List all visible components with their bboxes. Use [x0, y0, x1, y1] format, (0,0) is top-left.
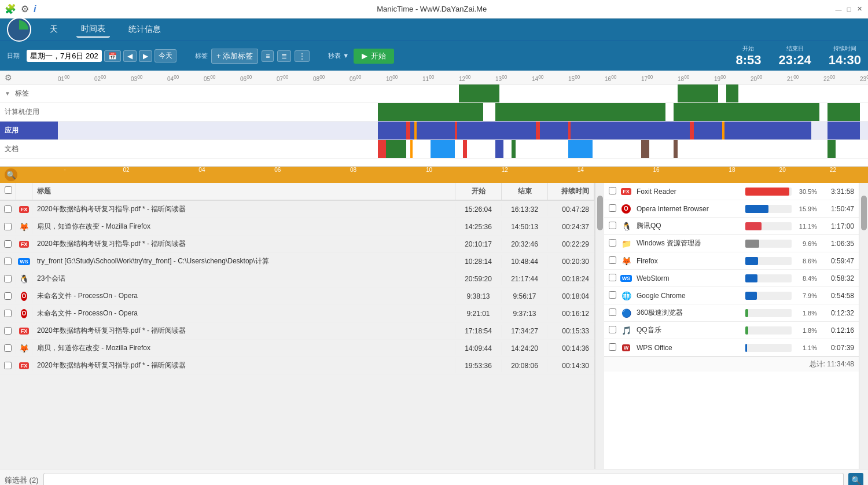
gear-icon[interactable]: ⚙ [21, 3, 29, 14]
table-scrollbar[interactable] [595, 183, 604, 469]
filter-input[interactable] [43, 473, 844, 486]
app-name-6: Google Chrome [637, 292, 745, 300]
app-checkbox-6[interactable] [609, 291, 616, 299]
app-checkbox-1[interactable] [609, 204, 616, 212]
date-input[interactable] [27, 50, 102, 62]
collapse-tags-btn[interactable]: ▼ [5, 90, 10, 97]
app-time-2: 1:17:00 [822, 222, 854, 230]
minimize-button[interactable]: — [834, 5, 843, 13]
row-end-8: 14:24:20 [502, 342, 548, 355]
row-checkbox-8[interactable] [4, 344, 12, 352]
app-checkbox-9[interactable] [609, 343, 616, 351]
add-tag-button[interactable]: + 添加标签 [211, 49, 258, 64]
row-end-7: 17:34:27 [502, 325, 548, 337]
app-list-item: 🌐 Google Chrome 7.9% 0:54:58 [604, 287, 859, 304]
row-end-3: 10:48:44 [502, 255, 548, 268]
hour-16: 1600 [605, 74, 616, 82]
tags-row-label: 标签 [15, 89, 29, 98]
computer-track [58, 103, 868, 121]
col-start: 开始 [455, 183, 502, 200]
today-button[interactable]: 今天 [155, 49, 176, 63]
app-time-9: 0:07:39 [822, 344, 854, 352]
tick-14-label: 14 [578, 167, 584, 173]
tab-day[interactable]: 天 [45, 22, 62, 37]
app-pct-7: 1.8% [796, 310, 817, 317]
app-bar-2 [745, 222, 762, 230]
app-bar-3 [745, 240, 759, 248]
hour-17: 1700 [641, 74, 653, 82]
row-checkbox-0[interactable] [4, 205, 12, 213]
app-checkbox-3[interactable] [609, 239, 616, 247]
app-time-3: 1:06:35 [822, 240, 854, 248]
row-start-1: 14:25:36 [455, 221, 502, 233]
app-scroll-thumb[interactable] [861, 196, 867, 230]
row-checkbox-1[interactable] [4, 223, 12, 230]
row-checkbox-3[interactable] [4, 258, 12, 265]
tag-list-btn1[interactable]: ≡ [262, 50, 274, 62]
row-icon-5: O [16, 289, 32, 303]
app-checkbox-2[interactable] [609, 222, 616, 229]
app-time-4: 0:59:47 [822, 257, 854, 265]
timeline-row-apps: 应用 [0, 122, 868, 140]
tag-list-btn3[interactable]: ⋮ [295, 50, 310, 62]
app-pct-9: 1.1% [796, 344, 817, 351]
filter-search-button[interactable]: 🔍 [848, 473, 863, 486]
app-checkbox-0[interactable] [609, 187, 616, 194]
app-pct-6: 7.9% [796, 292, 817, 299]
row-end-9: 20:08:06 [502, 359, 548, 372]
tick-22-label: 22 [830, 167, 836, 173]
timeline-hours: ⚙ 0100 0200 0300 0400 0500 0600 0700 080… [0, 71, 868, 84]
maximize-button[interactable]: □ [845, 5, 853, 13]
app-icon-5: WS [620, 273, 632, 284]
app-icon-7: 🔵 [620, 307, 632, 319]
apps-row-label: 应用 [5, 126, 19, 135]
app-logo [7, 17, 31, 42]
tab-stats[interactable]: 统计信息 [124, 22, 165, 37]
row-icon-8: 🦊 [16, 341, 32, 355]
hour-11: 1100 [422, 74, 434, 82]
puzzle-icon[interactable]: 🧩 [5, 3, 16, 14]
row-checkbox-2[interactable] [4, 240, 12, 248]
row-checkbox-4[interactable] [4, 275, 12, 282]
start-button[interactable]: ▶ 开始 [354, 49, 394, 64]
tab-timeline[interactable]: 时间表 [76, 21, 110, 38]
app-name-3: Windows 资源管理器 [637, 238, 745, 248]
row-checkbox-7[interactable] [4, 327, 12, 335]
app-bar-0 [745, 188, 789, 196]
col-end: 结束 [502, 183, 548, 200]
next-day-button[interactable]: ▶ [139, 50, 152, 62]
app-name-4: Firefox [637, 257, 745, 265]
app-bar-container-7 [745, 309, 792, 317]
row-checkbox-6[interactable] [4, 310, 12, 317]
app-bar-container-9 [745, 344, 792, 352]
tick-20-label: 20 [779, 167, 786, 173]
app-pct-5: 8.4% [796, 275, 817, 282]
app-checkbox-7[interactable] [609, 308, 616, 316]
hour-18: 1800 [678, 74, 689, 82]
timeline-row-tags: ▼ 标签 [0, 84, 868, 103]
dur-label: 持续时间 [829, 45, 861, 53]
start-time-value: 8:53 [735, 53, 761, 68]
tag-list-btn2[interactable]: ≣ [277, 50, 291, 62]
app-scrollbar[interactable] [859, 183, 868, 469]
table-scroll-thumb[interactable] [597, 196, 603, 230]
row-title-3: try_front [G:\Study\SchoolWork\try\try_f… [32, 254, 455, 269]
row-end-6: 9:37:13 [502, 307, 548, 320]
hour-13: 1300 [495, 74, 507, 82]
app-list-body: FX Foxit Reader 30.5% 3:31:58 O Opera In… [604, 183, 859, 357]
prev-day-button[interactable]: ◀ [123, 50, 137, 62]
settings-gear-icon[interactable]: ⚙ [5, 73, 12, 82]
app-list-item: W WPS Office 1.1% 0:07:39 [604, 339, 859, 357]
app-checkbox-8[interactable] [609, 326, 616, 333]
calendar-button[interactable]: 📅 [104, 50, 121, 62]
row-checkbox-5[interactable] [4, 292, 12, 300]
select-all-checkbox[interactable] [5, 186, 12, 194]
close-button[interactable]: ✕ [855, 5, 863, 13]
app-checkbox-4[interactable] [609, 256, 616, 264]
row-title-6: 未命名文件 - ProcessOn - Opera [32, 306, 455, 321]
row-checkbox-9[interactable] [4, 362, 12, 369]
app-list: FX Foxit Reader 30.5% 3:31:58 O Opera In… [604, 183, 859, 469]
timeline-search-button[interactable]: 🔍 [5, 168, 17, 181]
row-start-4: 20:59:20 [455, 273, 502, 285]
app-checkbox-5[interactable] [609, 274, 616, 281]
